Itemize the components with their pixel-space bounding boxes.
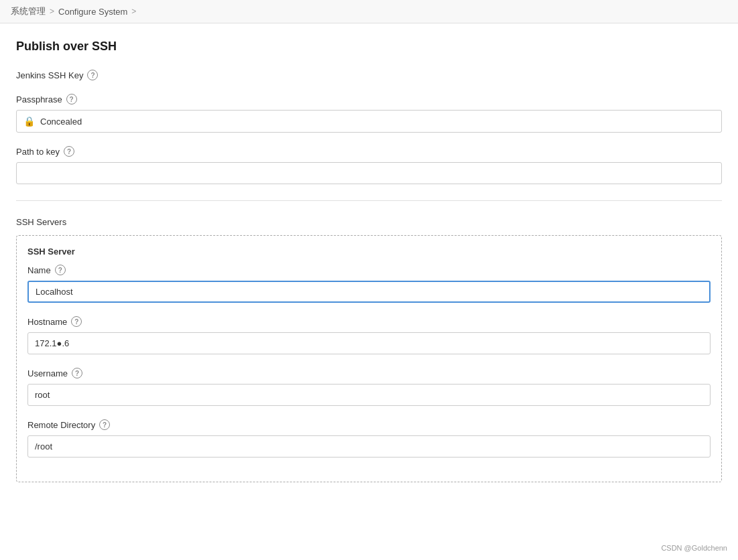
path-to-key-help-icon[interactable]: ? <box>64 146 74 157</box>
lock-icon: 🔒 <box>23 116 35 127</box>
breadcrumb-sep2: > <box>131 7 136 16</box>
jenkins-ssh-key-label: Jenkins SSH Key ? <box>16 70 722 80</box>
server-hostname-help-icon[interactable]: ? <box>71 316 82 327</box>
jenkins-ssh-key-help-icon[interactable]: ? <box>87 70 98 80</box>
server-remote-dir-label: Remote Directory ? <box>27 419 711 430</box>
server-remote-dir-group: Remote Directory ? <box>27 419 711 458</box>
page-title: Publish over SSH <box>16 40 722 54</box>
path-to-key-input[interactable] <box>16 162 722 184</box>
watermark: CSDN @Goldchenn <box>661 544 727 552</box>
server-hostname-label: Hostname ? <box>27 316 711 327</box>
passphrase-label: Passphrase ? <box>16 94 722 104</box>
passphrase-help-icon[interactable]: ? <box>66 94 77 104</box>
server-name-help-icon[interactable]: ? <box>55 265 66 275</box>
passphrase-input-wrapper[interactable]: 🔒 Concealed <box>16 110 722 133</box>
ssh-servers-group: SSH Servers SSH Server Name ? Hostname ? <box>16 217 722 482</box>
ssh-servers-label: SSH Servers <box>16 217 722 227</box>
server-remote-dir-help-icon[interactable]: ? <box>99 419 110 430</box>
server-username-input[interactable] <box>27 384 711 406</box>
server-username-label: Username ? <box>27 368 711 378</box>
breadcrumb-root[interactable]: 系统管理 <box>11 5 46 17</box>
server-name-label: Name ? <box>27 265 711 275</box>
server-username-group: Username ? <box>27 368 711 406</box>
path-to-key-label: Path to key ? <box>16 146 722 157</box>
breadcrumb-current[interactable]: Configure System <box>58 7 127 17</box>
server-hostname-group: Hostname ? <box>27 316 711 354</box>
path-to-key-group: Path to key ? <box>16 146 722 184</box>
ssh-server-box: SSH Server Name ? Hostname ? <box>16 235 722 482</box>
divider <box>16 200 722 201</box>
breadcrumb-sep1: > <box>50 7 54 16</box>
server-name-group: Name ? <box>27 265 711 303</box>
server-name-input[interactable] <box>27 281 711 303</box>
main-content: Publish over SSH Jenkins SSH Key ? Passp… <box>0 23 738 512</box>
breadcrumb: 系统管理 > Configure System > <box>0 0 738 23</box>
jenkins-ssh-key-group: Jenkins SSH Key ? <box>16 70 722 80</box>
ssh-server-title: SSH Server <box>27 247 711 257</box>
passphrase-value: Concealed <box>40 117 82 127</box>
server-hostname-input[interactable] <box>27 332 711 354</box>
server-remote-dir-input[interactable] <box>27 435 711 458</box>
passphrase-group: Passphrase ? 🔒 Concealed <box>16 94 722 133</box>
server-username-help-icon[interactable]: ? <box>72 368 82 378</box>
